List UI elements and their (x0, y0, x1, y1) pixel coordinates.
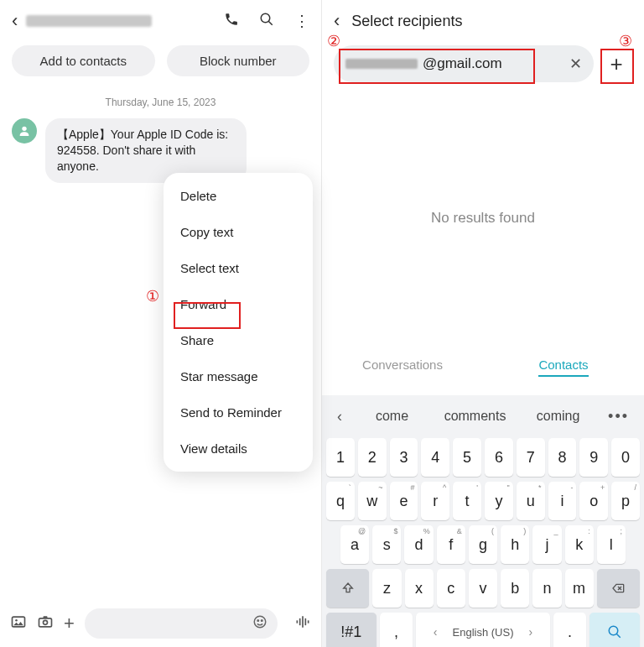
key-g[interactable]: g( (469, 525, 497, 564)
gallery-icon[interactable] (10, 613, 27, 634)
add-to-contacts-button[interactable]: Add to contacts (12, 45, 155, 76)
emoji-icon[interactable] (252, 614, 267, 634)
svg-point-18 (609, 626, 618, 635)
key-o[interactable]: o+ (579, 482, 608, 520)
plus-icon[interactable]: + (64, 613, 75, 634)
key-t[interactable]: t' (453, 482, 481, 520)
tab-conversations[interactable]: Conversations (322, 347, 483, 387)
backspace-key[interactable] (597, 569, 640, 608)
key-x[interactable]: x (405, 569, 434, 608)
key-p[interactable]: p/ (611, 482, 640, 520)
voice-icon[interactable] (294, 613, 311, 634)
key-2[interactable]: 2 (358, 438, 387, 477)
search-icon[interactable] (259, 12, 274, 31)
search-key[interactable] (589, 613, 640, 647)
phone-icon[interactable] (224, 12, 239, 31)
svg-point-0 (261, 13, 270, 23)
clear-icon[interactable]: ✕ (569, 55, 582, 73)
date-label: Thursday, June 15, 2023 (0, 97, 321, 108)
avatar (12, 118, 37, 143)
svg-point-4 (15, 619, 18, 622)
keyboard-language: English (US) (453, 626, 514, 639)
key-f[interactable]: f& (437, 525, 465, 564)
camera-icon[interactable] (37, 613, 54, 634)
svg-line-1 (268, 21, 273, 25)
key-v[interactable]: v (469, 569, 497, 608)
block-number-button[interactable]: Block number (167, 45, 310, 76)
shift-key[interactable] (326, 569, 369, 608)
no-results-label: No results found (322, 210, 644, 227)
recipient-input[interactable]: @gmail.com ✕ (334, 45, 594, 82)
svg-point-10 (262, 619, 263, 621)
key-3[interactable]: 3 (390, 438, 418, 477)
add-recipient-button[interactable]: + (600, 48, 632, 80)
suggestion-3[interactable]: coming (517, 404, 600, 429)
key-z[interactable]: z (372, 569, 401, 608)
more-icon[interactable]: ⋮ (294, 12, 309, 30)
key-e[interactable]: e# (390, 482, 418, 520)
menu-star-message[interactable]: Star message (164, 358, 313, 394)
svg-point-2 (22, 127, 26, 131)
comma-key[interactable]: , (380, 613, 413, 647)
key-5[interactable]: 5 (453, 438, 481, 477)
svg-point-6 (44, 620, 48, 624)
context-menu: Delete Copy text Select text Forward Sha… (164, 173, 313, 472)
svg-point-8 (254, 616, 266, 628)
tab-contacts[interactable]: Contacts (483, 347, 644, 387)
key-k[interactable]: k: (565, 525, 594, 564)
key-8[interactable]: 8 (548, 438, 577, 477)
key-u[interactable]: u* (517, 482, 545, 520)
key-l[interactable]: l; (597, 525, 626, 564)
menu-delete[interactable]: Delete (164, 178, 313, 214)
menu-copy-text[interactable]: Copy text (164, 214, 313, 250)
keyboard: ‹ come comments coming ••• 1234567890 q`… (322, 395, 644, 647)
symbols-key[interactable]: !#1 (326, 613, 377, 647)
key-s[interactable]: s$ (372, 525, 401, 564)
key-b[interactable]: b (501, 569, 529, 608)
key-w[interactable]: w~ (358, 482, 387, 520)
key-0[interactable]: 0 (611, 438, 640, 477)
key-r[interactable]: r^ (421, 482, 449, 520)
key-c[interactable]: c (437, 569, 465, 608)
menu-send-to-reminder[interactable]: Send to Reminder (164, 394, 313, 430)
key-j[interactable]: j_ (532, 525, 561, 564)
menu-share[interactable]: Share (164, 322, 313, 358)
back-button[interactable]: ‹ (334, 10, 340, 32)
menu-select-text[interactable]: Select text (164, 250, 313, 286)
annotation-1: ① (146, 287, 159, 305)
space-key[interactable]: ‹ English (US) › (416, 613, 549, 647)
message-input[interactable] (85, 608, 278, 639)
svg-rect-7 (44, 616, 48, 618)
key-d[interactable]: d% (404, 525, 433, 564)
key-n[interactable]: n (532, 569, 561, 608)
svg-line-19 (616, 634, 621, 638)
key-a[interactable]: a@ (340, 525, 369, 564)
key-9[interactable]: 9 (579, 438, 608, 477)
key-4[interactable]: 4 (421, 438, 449, 477)
svg-point-9 (257, 619, 259, 621)
suggestion-2[interactable]: comments (434, 404, 517, 429)
key-7[interactable]: 7 (517, 438, 545, 477)
email-local-redacted (345, 59, 418, 69)
contact-name-redacted (26, 15, 152, 27)
email-domain: @gmail.com (423, 55, 502, 72)
period-key[interactable]: . (553, 613, 587, 647)
suggestion-back-icon[interactable]: ‹ (329, 404, 351, 429)
key-1[interactable]: 1 (326, 438, 355, 477)
key-6[interactable]: 6 (485, 438, 513, 477)
key-y[interactable]: y" (485, 482, 513, 520)
key-q[interactable]: q` (326, 482, 355, 520)
key-m[interactable]: m (565, 569, 594, 608)
back-button[interactable]: ‹ (12, 10, 18, 32)
svg-rect-5 (39, 618, 52, 626)
key-h[interactable]: h) (501, 525, 529, 564)
suggestion-1[interactable]: come (351, 404, 434, 429)
menu-forward[interactable]: Forward (164, 286, 313, 322)
key-i[interactable]: i- (548, 482, 577, 520)
menu-view-details[interactable]: View details (164, 430, 313, 467)
page-title: Select recipients (351, 13, 462, 30)
suggestion-more-icon[interactable]: ••• (600, 404, 637, 429)
